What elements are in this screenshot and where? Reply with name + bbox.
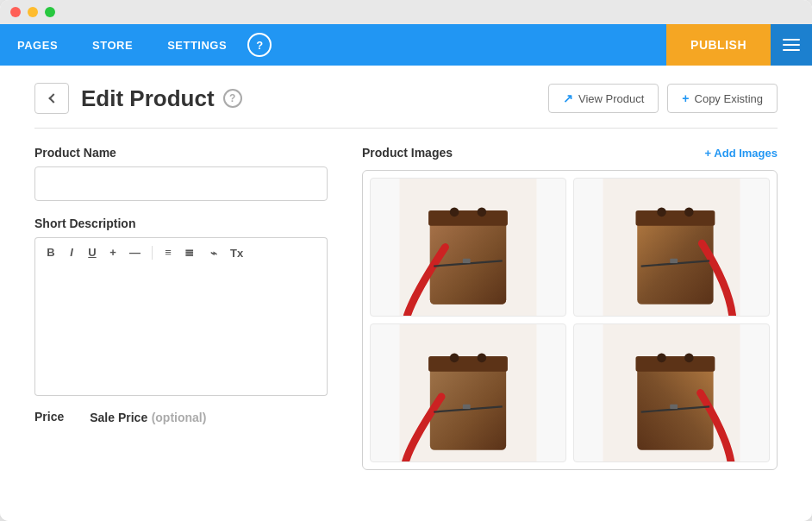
bold-button[interactable]: B (42, 244, 59, 260)
product-image-1[interactable] (370, 178, 566, 317)
svg-point-5 (478, 208, 487, 217)
short-description-textarea[interactable] (34, 267, 328, 396)
product-name-label: Product Name (34, 146, 328, 160)
title-bar (0, 0, 812, 24)
copy-existing-icon: + (682, 91, 689, 105)
svg-rect-10 (635, 210, 715, 226)
product-image-3[interactable] (370, 323, 566, 462)
back-button[interactable] (34, 83, 69, 114)
hamburger-line-1 (783, 39, 800, 41)
plus-button[interactable]: + (104, 244, 122, 260)
hamburger-menu[interactable] (771, 24, 812, 66)
app-window: PAGES STORE SETTINGS ? PUBLISH Edit Prod… (0, 0, 812, 521)
editor-toolbar: B I U + — ≡ ≣ ⌁ Tx (34, 237, 328, 267)
form-left-column: Product Name Short Description B I U + —… (34, 146, 328, 480)
svg-rect-7 (463, 259, 471, 263)
price-label: Price (34, 410, 64, 425)
page-header: Edit Product ? ↗ View Product + Copy Exi… (34, 83, 778, 114)
svg-point-25 (657, 354, 666, 363)
close-dot[interactable] (10, 7, 21, 17)
hamburger-line-2 (783, 44, 800, 46)
svg-rect-24 (635, 356, 715, 372)
svg-rect-3 (428, 210, 508, 226)
minimize-dot[interactable] (28, 7, 38, 17)
sale-price-optional: (optional) (152, 411, 207, 424)
svg-point-4 (450, 208, 459, 217)
product-images-label: Product Images (362, 146, 453, 160)
nav-pages[interactable]: PAGES (0, 24, 75, 66)
form-layout: Product Name Short Description B I U + —… (34, 146, 778, 480)
back-arrow-icon (48, 93, 58, 103)
clear-format-button[interactable]: Tx (226, 245, 247, 261)
navbar: PAGES STORE SETTINGS ? PUBLISH (0, 24, 812, 66)
svg-point-19 (478, 354, 487, 363)
publish-button[interactable]: PUBLISH (666, 24, 771, 66)
minus-button[interactable]: — (125, 244, 145, 260)
svg-point-12 (684, 208, 694, 217)
link-button[interactable]: ⌁ (205, 245, 222, 261)
toolbar-separator (152, 246, 153, 260)
copy-existing-button[interactable]: + Copy Existing (667, 84, 778, 113)
hamburger-line-3 (783, 49, 800, 51)
product-name-input[interactable] (34, 166, 328, 201)
nav-store[interactable]: STORE (75, 24, 150, 66)
product-images-grid (362, 170, 778, 470)
svg-rect-21 (463, 405, 471, 409)
italic-button[interactable]: I (63, 244, 80, 260)
svg-point-26 (684, 354, 694, 363)
svg-point-18 (450, 354, 459, 363)
svg-rect-17 (428, 356, 508, 372)
main-content: Edit Product ? ↗ View Product + Copy Exi… (0, 66, 812, 521)
underline-button[interactable]: U (84, 244, 101, 260)
page-title: Edit Product (81, 85, 215, 112)
maximize-dot[interactable] (45, 7, 55, 17)
nav-help-button[interactable]: ? (247, 33, 272, 57)
list-ol-button[interactable]: ≣ (180, 244, 198, 260)
header-divider (34, 128, 778, 129)
short-description-label: Short Description (34, 217, 328, 230)
svg-rect-14 (670, 259, 678, 263)
nav-settings[interactable]: SETTINGS (150, 24, 244, 66)
sale-price-label: Sale Price (90, 411, 147, 424)
product-image-4[interactable] (573, 323, 770, 462)
page-help-button[interactable]: ? (223, 89, 242, 108)
view-product-icon: ↗ (563, 91, 573, 105)
list-ul-button[interactable]: ≡ (159, 244, 177, 260)
view-product-button[interactable]: ↗ View Product (548, 84, 659, 113)
svg-point-11 (657, 208, 666, 217)
images-column: Product Images + Add Images (362, 146, 778, 480)
header-actions: ↗ View Product + Copy Existing (548, 84, 778, 113)
add-images-button[interactable]: + Add Images (705, 147, 778, 160)
images-header: Product Images + Add Images (362, 146, 778, 160)
product-image-2[interactable] (573, 178, 770, 317)
price-row: Price Sale Price (optional) (34, 410, 328, 425)
svg-rect-28 (670, 405, 678, 409)
